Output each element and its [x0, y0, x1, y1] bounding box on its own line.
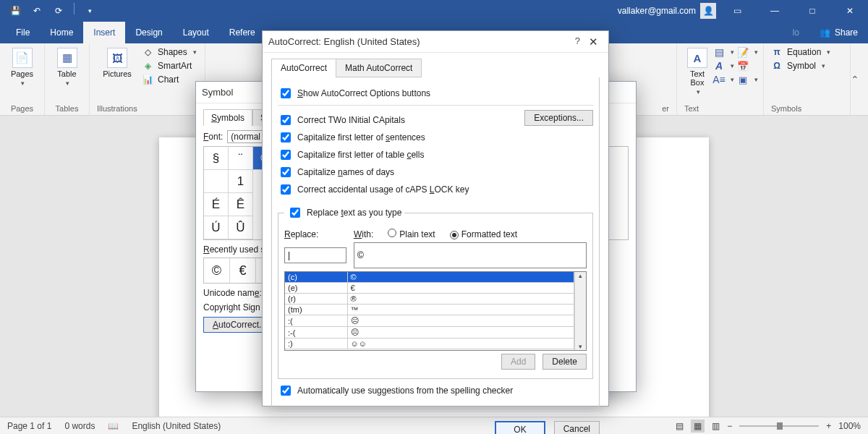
symbol-cell[interactable]: É — [204, 193, 229, 216]
symbol-cell[interactable]: 1 — [229, 170, 253, 193]
signature-button[interactable]: 📝▾ — [737, 46, 758, 58]
shapes-button[interactable]: ◇Shapes▾ — [142, 46, 197, 58]
read-mode-icon[interactable]: ▤ — [676, 421, 684, 431]
dropcap-button[interactable]: A≡▾ — [713, 74, 734, 85]
chk-sentences[interactable] — [281, 132, 291, 142]
quickparts-button[interactable]: ▤▾ — [713, 46, 734, 58]
recent-symbol[interactable]: € — [230, 258, 256, 283]
signature-icon: 📝 — [737, 46, 749, 58]
tab-file[interactable]: File — [6, 22, 40, 43]
status-page[interactable]: Page 1 of 1 — [7, 421, 51, 431]
chart-label: Chart — [158, 75, 179, 85]
with-label: With: — [354, 229, 373, 239]
scrollbar[interactable]: ▴▾ — [574, 272, 586, 350]
pages-button[interactable]: 📄Pages▾ — [2, 46, 43, 88]
ok-button[interactable]: OK — [495, 421, 545, 434]
spellcheck-icon[interactable]: 📖 — [108, 421, 119, 431]
tab-symbols[interactable]: Symbols — [203, 109, 252, 126]
ribbon-display-options[interactable]: ▭ — [720, 0, 754, 22]
chk-days[interactable] — [281, 167, 291, 177]
tab-layout[interactable]: Layout — [173, 22, 219, 43]
chart-icon: 📊 — [142, 74, 153, 85]
tab-insert[interactable]: Insert — [83, 22, 125, 43]
print-layout-icon[interactable]: ▦ — [691, 420, 705, 433]
share-button[interactable]: 👥Share — [809, 27, 868, 38]
user-email[interactable]: vallaker@gmail.com — [618, 6, 696, 16]
list-item[interactable]: :(☹ — [285, 315, 574, 327]
exceptions-button[interactable]: Exceptions... — [524, 110, 593, 126]
help-button[interactable]: ? — [571, 35, 584, 48]
ribbon-options-icon: ▭ — [733, 6, 741, 16]
chart-button[interactable]: 📊Chart — [142, 74, 197, 85]
delete-button[interactable]: Delete — [542, 354, 587, 370]
symbol-cell[interactable] — [204, 170, 229, 193]
list-item[interactable]: :-(☹ — [285, 327, 574, 339]
collapse-ribbon[interactable]: ⌃ — [851, 74, 859, 85]
equation-button[interactable]: πEquation▾ — [771, 46, 830, 58]
list-item[interactable]: (r)® — [285, 294, 574, 305]
chk-cells[interactable] — [281, 150, 291, 160]
tab-references[interactable]: References — [219, 22, 255, 43]
with-input[interactable] — [354, 242, 587, 268]
list-item[interactable]: (e)€ — [285, 283, 574, 294]
list-item[interactable]: :)☺☺ — [285, 339, 574, 349]
pages-caption: Pages — [11, 69, 33, 78]
pictures-button[interactable]: 🖼Pictures — [97, 46, 137, 80]
redo-button[interactable]: ⟳ — [49, 3, 68, 19]
object-button[interactable]: ▣▾ — [737, 74, 758, 85]
replace-input[interactable] — [284, 247, 346, 263]
tab-tellme[interactable]: lo — [783, 22, 809, 43]
tab-math-autocorrect[interactable]: Math AutoCorrect — [336, 59, 422, 77]
close-button[interactable]: ✕ — [833, 0, 867, 22]
symbol-cell[interactable]: § — [204, 147, 229, 170]
wordart-button[interactable]: A▾ — [713, 60, 734, 72]
chk-two-caps[interactable] — [281, 115, 291, 125]
tab-autocorrect[interactable]: AutoCorrect — [271, 59, 336, 77]
minimize-button[interactable]: — — [758, 0, 791, 22]
avatar[interactable]: 👤 — [700, 3, 716, 19]
symbol-cell[interactable]: Ú — [204, 216, 229, 239]
replacement-list[interactable]: (c)© (e)€ (r)® (tm)™ :(☹ :-(☹ :)☺☺ ▴▾ — [284, 271, 587, 351]
dropcap-icon: A≡ — [713, 74, 725, 85]
zoom-thumb[interactable] — [777, 422, 783, 430]
tab-home[interactable]: Home — [40, 22, 83, 43]
list-item[interactable]: (tm)™ — [285, 305, 574, 315]
undo-button[interactable]: ↶ — [27, 3, 46, 19]
save-button[interactable]: 💾 — [6, 3, 25, 19]
chk-capslock[interactable] — [281, 184, 291, 195]
list-item[interactable]: (c)© — [285, 272, 574, 283]
symbol-button[interactable]: ΩSymbol▾ — [771, 60, 830, 72]
smartart-button[interactable]: ◈SmartArt — [142, 60, 197, 72]
maximize-button[interactable]: □ — [796, 0, 829, 22]
radio-plain-text[interactable] — [388, 229, 396, 237]
symbol-cell[interactable]: Ê — [229, 193, 253, 216]
cancel-button[interactable]: Cancel — [554, 421, 600, 434]
symbol-label: Symbol — [787, 61, 816, 71]
zoom-in-button[interactable]: + — [826, 421, 831, 431]
redo-icon: ⟳ — [55, 6, 62, 16]
group-tables-label: Tables — [56, 104, 79, 113]
table-button[interactable]: ▦Table▾ — [47, 46, 88, 88]
zoom-out-button[interactable]: − — [727, 421, 732, 431]
status-language[interactable]: English (United States) — [132, 421, 221, 431]
font-label: Font: — [203, 132, 223, 142]
smartart-icon: ◈ — [142, 60, 153, 72]
chk-spelling-suggestions[interactable] — [281, 386, 291, 396]
status-words[interactable]: 0 words — [64, 421, 95, 431]
maximize-icon: □ — [809, 6, 814, 16]
tab-design[interactable]: Design — [125, 22, 172, 43]
web-layout-icon[interactable]: ▥ — [712, 421, 720, 431]
zoom-level[interactable]: 100% — [838, 421, 861, 431]
symbol-cell[interactable]: Û — [229, 216, 253, 239]
chk-replace-as-type[interactable] — [290, 208, 300, 218]
chk-show-options[interactable] — [281, 88, 291, 98]
radio-formatted-text[interactable] — [450, 231, 459, 239]
symbol-cell[interactable]: ¨ — [229, 147, 253, 170]
zoom-slider[interactable] — [739, 425, 819, 427]
textbox-button[interactable]: ATextBox▾ — [684, 46, 710, 97]
datetime-button[interactable]: 📅 — [737, 60, 758, 72]
add-button[interactable]: Add — [501, 354, 535, 370]
recent-symbol[interactable]: © — [204, 258, 230, 283]
qat-dropdown[interactable]: ▾ — [80, 3, 99, 19]
dialog-close-button[interactable]: ✕ — [584, 35, 603, 48]
